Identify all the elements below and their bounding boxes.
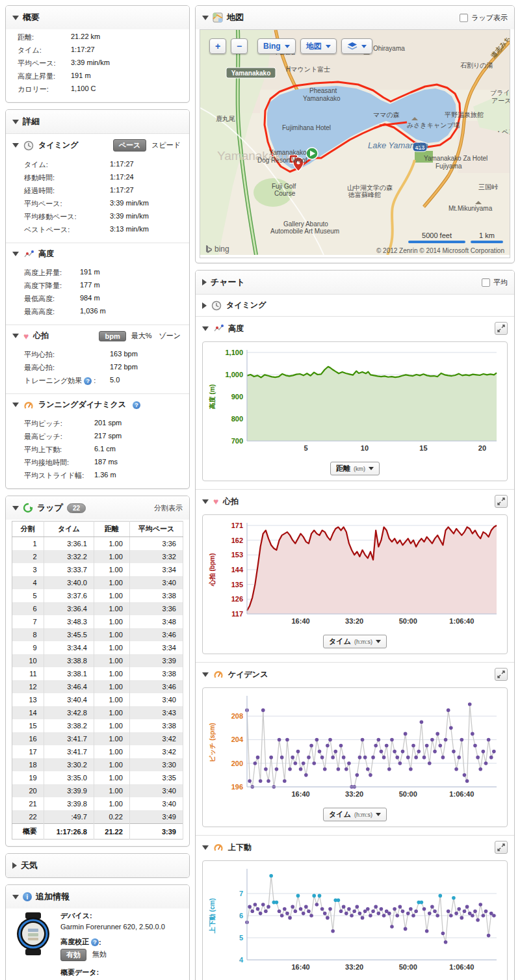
stat-label: 高度上昇量: bbox=[24, 268, 80, 278]
chart-section-cadence: ケイデンス 19620020420816:4033:2050:001:06:40… bbox=[196, 662, 514, 827]
map-layers-dropdown[interactable] bbox=[341, 38, 372, 54]
collapse-icon[interactable] bbox=[12, 252, 19, 256]
help-icon[interactable]: ? bbox=[133, 401, 140, 409]
stat-row: タイム:1:17:27 bbox=[24, 158, 183, 171]
stat-row: 平均上下動:6.1 cm bbox=[24, 443, 183, 456]
table-row[interactable]: 213:39.81.003:40 bbox=[12, 797, 183, 810]
start-marker[interactable] bbox=[306, 148, 318, 159]
zoom-in-button[interactable]: + bbox=[209, 38, 226, 54]
stat-label: タイム: bbox=[24, 160, 110, 170]
collapse-icon[interactable] bbox=[202, 499, 209, 504]
running-dynamics-rows: 平均ピッチ:201 spm最高ピッチ:217 spm平均上下動:6.1 cm平均… bbox=[6, 416, 189, 488]
table-row[interactable]: 23:32.21.003:32 bbox=[12, 550, 183, 563]
expand-chart-button[interactable] bbox=[495, 322, 508, 335]
x-axis-select[interactable]: タイム(h:m:s) bbox=[323, 635, 387, 648]
table-row[interactable]: 83:45.51.003:46 bbox=[12, 628, 183, 641]
table-cell: 1.00 bbox=[94, 628, 129, 641]
table-row[interactable]: 173:41.71.003:42 bbox=[12, 745, 183, 758]
stat-value: 21.22 km bbox=[71, 33, 100, 42]
x-axis-select[interactable]: タイム(h:m:s) bbox=[323, 808, 387, 821]
expand-collapse-icon[interactable] bbox=[202, 279, 207, 285]
table-row[interactable]: 73:48.31.003:48 bbox=[12, 615, 183, 628]
table-row[interactable]: 22:49.70.223:49 bbox=[12, 810, 183, 824]
table-row[interactable]: 163:41.71.003:42 bbox=[12, 732, 183, 745]
collapse-icon[interactable] bbox=[202, 845, 209, 850]
table-row[interactable]: 33:33.71.003:34 bbox=[12, 563, 183, 576]
zone-toggle[interactable]: ゾーン bbox=[157, 330, 183, 341]
bpm-toggle[interactable]: bpm bbox=[99, 331, 125, 341]
gauge-icon bbox=[23, 400, 34, 410]
table-row[interactable]: 63:36.41.003:36 bbox=[12, 602, 183, 615]
map-label: 石割りの湯 bbox=[460, 62, 493, 69]
collapse-icon[interactable] bbox=[12, 120, 19, 124]
calibration-enabled-toggle[interactable]: 有効 bbox=[60, 949, 86, 961]
collapse-icon[interactable] bbox=[12, 403, 19, 407]
split-view-link[interactable]: 分割表示 bbox=[154, 503, 183, 513]
calibration-disabled-toggle[interactable]: 無効 bbox=[90, 949, 109, 961]
map-label: Fuji Golf bbox=[272, 183, 296, 190]
stat-value: 3:39 min/km bbox=[71, 59, 110, 68]
additional-info-panel: i 追加情報 bbox=[5, 884, 190, 980]
table-cell: 0.22 bbox=[94, 810, 129, 824]
max-pct-toggle[interactable]: 最大% bbox=[129, 330, 154, 341]
table-row[interactable]: 123:46.41.003:46 bbox=[12, 680, 183, 693]
chart-section-heart-rate: ♥ 心拍 11712613514415316217116:4033:2050:0… bbox=[196, 489, 514, 654]
table-row[interactable]: 133:40.41.003:40 bbox=[12, 693, 183, 706]
table-cell: 3:40.4 bbox=[44, 693, 94, 706]
collapse-icon[interactable] bbox=[202, 326, 209, 331]
expand-chart-button[interactable] bbox=[495, 668, 508, 681]
table-row[interactable]: 13:36.11.003:36 bbox=[12, 537, 183, 551]
map-image[interactable]: FuraraMt.Ohirayama石割りの湯道志みちYamanakakoHマウ… bbox=[200, 30, 510, 255]
collapse-icon[interactable] bbox=[12, 334, 19, 338]
collapse-icon[interactable] bbox=[12, 895, 19, 899]
device-value: Garmin Forerunner 620, 2.50.0.0 bbox=[60, 923, 165, 931]
speed-toggle[interactable]: スピード bbox=[150, 140, 183, 151]
table-cell: 4 bbox=[12, 576, 44, 589]
table-cell: 3:35.0 bbox=[44, 771, 94, 784]
pace-toggle[interactable]: ペース bbox=[113, 139, 147, 152]
collapse-icon[interactable] bbox=[12, 506, 19, 510]
expand-chart-button[interactable] bbox=[495, 841, 508, 854]
table-row[interactable]: 183:30.21.003:30 bbox=[12, 758, 183, 771]
table-row[interactable]: 153:38.21.003:38 bbox=[12, 719, 183, 732]
stat-label: 最低高度: bbox=[24, 294, 80, 304]
collapse-icon[interactable] bbox=[12, 143, 19, 148]
panel-title: 追加情報 bbox=[36, 891, 70, 903]
column-header[interactable]: 距離 bbox=[94, 522, 129, 537]
table-row[interactable]: 103:38.81.003:39 bbox=[12, 654, 183, 667]
svg-text:5: 5 bbox=[239, 934, 243, 942]
column-header[interactable]: タイム bbox=[44, 522, 94, 537]
map-type-dropdown[interactable]: 地図 bbox=[300, 38, 337, 54]
table-cell: 19 bbox=[12, 771, 44, 784]
panel-title: 詳細 bbox=[23, 116, 40, 127]
table-row[interactable]: 143:42.81.003:43 bbox=[12, 706, 183, 719]
collapse-icon[interactable] bbox=[202, 16, 209, 20]
table-row[interactable]: 53:37.61.003:38 bbox=[12, 589, 183, 602]
table-row[interactable]: 203:39.91.003:40 bbox=[12, 784, 183, 797]
table-cell: 7 bbox=[12, 615, 44, 628]
zoom-out-button[interactable]: − bbox=[231, 38, 248, 54]
help-icon[interactable]: ? bbox=[84, 377, 92, 385]
map-canvas[interactable]: FuraraMt.Ohirayama石割りの湯道志みちYamanakakoHマウ… bbox=[200, 29, 510, 258]
weather-panel: 天気 bbox=[5, 853, 190, 878]
help-icon[interactable]: ? bbox=[91, 938, 99, 946]
table-row[interactable]: 43:40.01.003:40 bbox=[12, 576, 183, 589]
lap-display-checkbox[interactable] bbox=[460, 14, 468, 22]
x-axis-select[interactable]: 距離(km) bbox=[330, 462, 380, 475]
table-row[interactable]: 113:38.11.003:38 bbox=[12, 667, 183, 680]
collapse-icon[interactable] bbox=[202, 672, 209, 677]
map-label: Fujiyama bbox=[436, 163, 462, 170]
collapse-icon[interactable] bbox=[12, 16, 19, 20]
average-checkbox[interactable] bbox=[482, 278, 490, 287]
column-header[interactable]: 分割 bbox=[12, 522, 44, 537]
svg-text:1:06:40: 1:06:40 bbox=[449, 790, 474, 798]
expand-collapse-icon[interactable] bbox=[202, 302, 207, 309]
table-row[interactable]: 93:34.41.003:34 bbox=[12, 641, 183, 654]
map-provider-dropdown[interactable]: Bing bbox=[257, 38, 296, 54]
stat-label: 平均ストライド幅: bbox=[24, 471, 94, 481]
column-header[interactable]: 平均ペース bbox=[129, 522, 183, 537]
weather-header: 天気 bbox=[6, 854, 189, 877]
expand-collapse-icon[interactable] bbox=[12, 862, 17, 869]
expand-chart-button[interactable] bbox=[495, 495, 508, 508]
table-row[interactable]: 193:35.01.003:35 bbox=[12, 771, 183, 784]
